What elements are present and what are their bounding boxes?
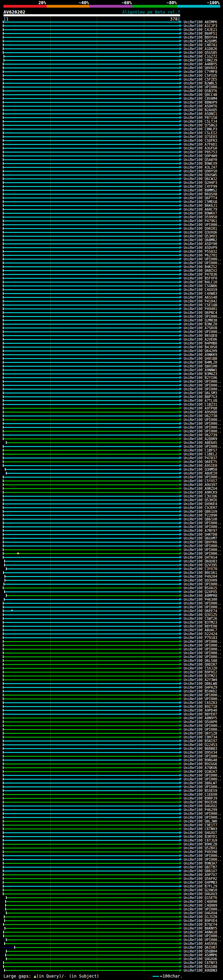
subject-label[interactable]: UniRef100_Q0CC48 [184, 93, 217, 97]
subject-label[interactable]: UniRef100_UPI000.. [184, 754, 221, 758]
alignment-bar[interactable] [3, 671, 180, 673]
subject-label[interactable]: UniRef100_UPI000.. [184, 521, 221, 525]
alignment-bar[interactable] [3, 393, 180, 393]
alignment-bar[interactable] [3, 48, 180, 49]
subject-label[interactable]: UniRef100_UPI000.. [184, 544, 221, 548]
subject-label[interactable]: UniRef100_UPI000.. [184, 938, 221, 942]
subject-label[interactable]: UniRef100_UPI000.. [184, 425, 221, 430]
alignment-bar[interactable] [3, 611, 180, 611]
alignment-bar[interactable] [3, 637, 180, 638]
subject-label[interactable]: UniRef100_UPI000.. [184, 315, 221, 318]
alignment-bar[interactable] [3, 243, 180, 244]
alignment-bar[interactable] [3, 557, 180, 558]
subject-label[interactable]: UniRef100_P05753 [184, 150, 217, 154]
subject-label[interactable]: UniRef100_Q6BIV2 [184, 269, 217, 272]
subject-label[interactable]: UniRef100_A7SRV8 [184, 326, 217, 330]
subject-label[interactable]: UniRef100_O59950 [184, 215, 217, 219]
subject-label[interactable]: UniRef100_B2WBL5 [184, 81, 217, 85]
subject-label[interactable]: UniRef100_Q6IV87 [184, 946, 217, 950]
subject-label[interactable]: UniRef100_B9FHI2 [184, 670, 217, 674]
subject-label[interactable]: UniRef100_B4PHB8 [184, 341, 217, 345]
subject-label[interactable]: UniRef100_A7NY97 [184, 529, 217, 533]
subject-label[interactable]: UniRef100_A5DY90 [184, 242, 217, 246]
alignment-bar[interactable] [3, 79, 180, 80]
alignment-bar[interactable] [3, 309, 180, 309]
alignment-bar[interactable] [3, 129, 180, 130]
subject-label[interactable]: UniRef100_UPI000.. [184, 261, 221, 265]
subject-label[interactable]: UniRef100_A5DVP9 [184, 246, 217, 250]
subject-label[interactable]: UniRef100_C5MEG8 [184, 200, 217, 204]
alignment-bar[interactable] [3, 293, 180, 294]
alignment-bar[interactable] [3, 419, 180, 420]
alignment-bar[interactable] [3, 779, 180, 780]
alignment-bar[interactable] [5, 916, 180, 918]
subject-label[interactable]: UniRef100_C0NLP3 [184, 127, 217, 131]
subject-label[interactable]: UniRef100_B9WCX9 [184, 162, 217, 165]
subject-label[interactable]: UniRef100_B4MLZ0 [184, 361, 217, 364]
alignment-bar[interactable] [6, 473, 180, 474]
alignment-bar[interactable] [3, 522, 180, 523]
alignment-bar[interactable] [5, 580, 180, 581]
alignment-bar[interactable] [3, 802, 180, 803]
alignment-bar[interactable] [3, 251, 180, 252]
alignment-bar[interactable] [3, 228, 180, 229]
subject-label[interactable]: UniRef100_C5GN86 [184, 284, 217, 288]
subject-label[interactable]: UniRef100_B8NUP9 [184, 100, 217, 104]
subject-label[interactable]: UniRef100_A7QKU6 [184, 766, 217, 770]
alignment-bar[interactable] [3, 500, 180, 501]
subject-label[interactable]: UniRef100_A8E6A5 [184, 441, 217, 445]
subject-label[interactable]: UniRef100_A9S0Q0 [184, 410, 217, 414]
subject-label[interactable]: UniRef100_B9PXE4 [184, 919, 217, 923]
subject-label[interactable]: UniRef100_Q95V34 [184, 751, 217, 754]
alignment-bar[interactable] [3, 102, 180, 103]
alignment-bar[interactable] [3, 94, 180, 95]
subject-label[interactable]: UniRef100_B2AUQ5 [184, 108, 217, 112]
subject-label[interactable]: UniRef100_C4YF99 [184, 185, 217, 188]
subject-label[interactable]: UniRef100_B2YI06 [184, 376, 217, 380]
alignment-bar[interactable] [3, 125, 180, 126]
alignment-bar[interactable] [3, 633, 180, 635]
subject-label[interactable]: UniRef100_UPI000.. [184, 525, 221, 529]
subject-label[interactable]: UniRef100_UPI000.. [184, 647, 221, 651]
subject-label[interactable]: UniRef100_P49204 [184, 575, 217, 579]
alignment-bar[interactable] [3, 415, 180, 417]
subject-label[interactable]: UniRef100_C4Q090 [184, 900, 217, 904]
alignment-bar[interactable] [3, 91, 180, 91]
alignment-bar[interactable] [3, 389, 180, 390]
subject-label[interactable]: UniRef100_O22453 [184, 743, 217, 747]
subject-label[interactable]: UniRef100_B6HF51 [184, 32, 217, 35]
alignment-bar[interactable] [3, 446, 180, 447]
alignment-bar[interactable] [3, 369, 180, 371]
alignment-bar[interactable] [3, 695, 180, 696]
subject-label[interactable]: UniRef100_P47837 [184, 456, 217, 460]
subject-label[interactable]: UniRef100_A0MPR8 [184, 594, 217, 598]
subject-label[interactable]: UniRef100_A9PD40 [184, 708, 217, 712]
alignment-bar[interactable] [3, 167, 180, 168]
subject-label[interactable]: UniRef100_Q6PBC4 [184, 311, 217, 315]
alignment-bar[interactable] [3, 175, 180, 175]
subject-label[interactable]: UniRef100_Q5UAP0 [184, 720, 217, 724]
alignment-bar[interactable] [3, 706, 180, 707]
subject-label[interactable]: UniRef100_B7FL29 [184, 885, 217, 888]
subject-label[interactable]: UniRef100_UPI000.. [184, 858, 221, 861]
alignment-bar[interactable] [3, 98, 180, 99]
alignment-bar[interactable] [3, 863, 180, 864]
alignment-bar[interactable] [3, 240, 180, 240]
alignment-bar[interactable] [3, 687, 180, 688]
subject-label[interactable]: UniRef100_C1E6X0 [184, 792, 217, 797]
subject-label[interactable]: UniRef100_UPI000.. [184, 812, 221, 816]
subject-label[interactable]: UniRef100_A8N9Y5 [184, 716, 217, 720]
subject-label[interactable]: UniRef100_UPI000.. [184, 548, 221, 552]
subject-label[interactable]: UniRef100_C9E1T7 [184, 823, 217, 827]
subject-label[interactable]: UniRef100_B8YE08 [184, 624, 217, 628]
subject-label[interactable]: UniRef100_O62739 [184, 433, 217, 437]
subject-label[interactable]: UniRef100_UPI000.. [184, 643, 221, 647]
subject-label[interactable]: UniRef100_Q75BG3 [184, 123, 217, 127]
subject-label[interactable]: UniRef100_Q96IR1 [184, 227, 217, 231]
subject-label[interactable]: UniRef100_UPI000.. [184, 418, 221, 422]
alignment-bar[interactable] [3, 882, 180, 883]
alignment-bar[interactable] [3, 385, 180, 386]
alignment-bar[interactable] [3, 507, 180, 508]
alignment-bar[interactable] [3, 331, 180, 332]
alignment-bar[interactable] [3, 622, 180, 623]
